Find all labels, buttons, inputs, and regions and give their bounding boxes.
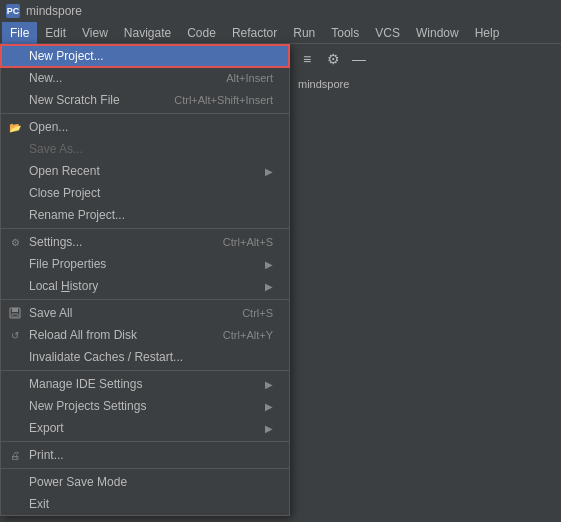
save-as-label: Save As...	[29, 142, 83, 156]
menu-vcs[interactable]: VCS	[367, 22, 408, 44]
menu-item-new[interactable]: New... Alt+Insert	[1, 67, 289, 89]
export-arrow: ▶	[265, 423, 273, 434]
menu-item-reload-disk[interactable]: ↺ Reload All from Disk Ctrl+Alt+Y	[1, 324, 289, 346]
reload-disk-label: Reload All from Disk	[29, 328, 137, 342]
file-properties-arrow: ▶	[265, 259, 273, 270]
menu-refactor[interactable]: Refactor	[224, 22, 285, 44]
svg-rect-2	[12, 314, 18, 317]
open-recent-arrow: ▶	[265, 166, 273, 177]
menu-item-rename-project[interactable]: Rename Project...	[1, 204, 289, 226]
separator-3	[1, 299, 289, 300]
menu-item-invalidate-caches[interactable]: Invalidate Caches / Restart...	[1, 346, 289, 368]
reload-icon: ↺	[7, 327, 23, 343]
menu-tools[interactable]: Tools	[323, 22, 367, 44]
new-projects-settings-label: New Projects Settings	[29, 399, 146, 413]
menu-window[interactable]: Window	[408, 22, 467, 44]
menu-item-print[interactable]: 🖨 Print...	[1, 444, 289, 466]
project-toolbar: ≡ ⚙ —	[290, 44, 561, 74]
exit-label: Exit	[29, 497, 49, 511]
new-scratch-label: New Scratch File	[29, 93, 120, 107]
menu-file[interactable]: File	[2, 22, 37, 44]
new-label: New...	[29, 71, 62, 85]
menu-item-save-as: Save As...	[1, 138, 289, 160]
separator-1	[1, 113, 289, 114]
settings-label: Settings...	[29, 235, 82, 249]
menu-item-new-scratch[interactable]: New Scratch File Ctrl+Alt+Shift+Insert	[1, 89, 289, 111]
file-menu-dropdown: New Project... New... Alt+Insert New Scr…	[0, 44, 290, 516]
app-title: mindspore	[26, 4, 82, 18]
save-all-shortcut: Ctrl+S	[242, 307, 273, 319]
menu-item-file-properties[interactable]: File Properties ▶	[1, 253, 289, 275]
file-properties-label: File Properties	[29, 257, 106, 271]
new-projects-settings-arrow: ▶	[265, 401, 273, 412]
menu-item-local-history[interactable]: Local History ▶	[1, 275, 289, 297]
local-history-arrow: ▶	[265, 281, 273, 292]
menu-item-new-projects-settings[interactable]: New Projects Settings ▶	[1, 395, 289, 417]
close-project-label: Close Project	[29, 186, 100, 200]
title-bar: PC mindspore	[0, 0, 561, 22]
settings-button[interactable]: ⚙	[322, 48, 344, 70]
local-history-label: Local History	[29, 279, 98, 293]
menu-item-export[interactable]: Export ▶	[1, 417, 289, 439]
menu-item-open[interactable]: 📂 Open...	[1, 116, 289, 138]
open-label: Open...	[29, 120, 68, 134]
menu-item-new-project[interactable]: New Project...	[1, 45, 289, 67]
separator-2	[1, 228, 289, 229]
menu-item-close-project[interactable]: Close Project	[1, 182, 289, 204]
main-area: ≡ ⚙ — mindspore	[290, 44, 561, 522]
file-menu: New Project... New... Alt+Insert New Scr…	[0, 44, 290, 516]
new-scratch-shortcut: Ctrl+Alt+Shift+Insert	[174, 94, 273, 106]
settings-shortcut: Ctrl+Alt+S	[223, 236, 273, 248]
reload-disk-shortcut: Ctrl+Alt+Y	[223, 329, 273, 341]
menu-bar: File Edit View Navigate Code Refactor Ru…	[0, 22, 561, 44]
menu-item-exit[interactable]: Exit	[1, 493, 289, 515]
invalidate-caches-label: Invalidate Caches / Restart...	[29, 350, 183, 364]
separator-6	[1, 468, 289, 469]
new-project-label: New Project...	[29, 49, 104, 63]
menu-item-power-save[interactable]: Power Save Mode	[1, 471, 289, 493]
separator-4	[1, 370, 289, 371]
print-icon: 🖨	[7, 447, 23, 463]
save-all-icon	[7, 305, 23, 321]
project-name: mindspore	[290, 74, 561, 94]
open-recent-label: Open Recent	[29, 164, 100, 178]
export-label: Export	[29, 421, 64, 435]
menu-code[interactable]: Code	[179, 22, 224, 44]
menu-help[interactable]: Help	[467, 22, 508, 44]
rename-project-label: Rename Project...	[29, 208, 125, 222]
menu-edit[interactable]: Edit	[37, 22, 74, 44]
open-icon: 📂	[7, 119, 23, 135]
minimize-button[interactable]: —	[348, 48, 370, 70]
manage-ide-arrow: ▶	[265, 379, 273, 390]
menu-item-save-all[interactable]: Save All Ctrl+S	[1, 302, 289, 324]
manage-ide-label: Manage IDE Settings	[29, 377, 142, 391]
save-all-label: Save All	[29, 306, 72, 320]
app-icon: PC	[6, 4, 20, 18]
menu-navigate[interactable]: Navigate	[116, 22, 179, 44]
menu-item-open-recent[interactable]: Open Recent ▶	[1, 160, 289, 182]
menu-run[interactable]: Run	[285, 22, 323, 44]
settings-icon: ⚙	[7, 234, 23, 250]
menu-item-manage-ide[interactable]: Manage IDE Settings ▶	[1, 373, 289, 395]
new-shortcut: Alt+Insert	[226, 72, 273, 84]
expand-button[interactable]: ≡	[296, 48, 318, 70]
separator-5	[1, 441, 289, 442]
menu-view[interactable]: View	[74, 22, 116, 44]
svg-rect-1	[12, 308, 18, 312]
menu-item-settings[interactable]: ⚙ Settings... Ctrl+Alt+S	[1, 231, 289, 253]
power-save-label: Power Save Mode	[29, 475, 127, 489]
print-label: Print...	[29, 448, 64, 462]
